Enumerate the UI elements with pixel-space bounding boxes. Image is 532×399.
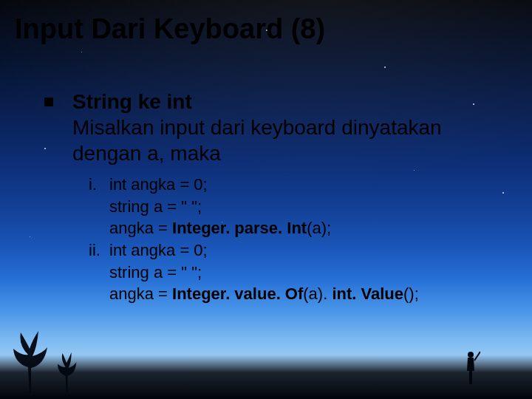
slide: Input Dari Keyboard (8) String ke int Mi… [0,0,532,399]
sub-item: ii. int angka = 0; string a = " "; angka… [89,239,510,305]
sub-lines: int angka = 0; string a = " "; angka = I… [109,239,419,305]
slide-content: String ke int Misalkan input dari keyboa… [44,89,510,305]
sub-lines: int angka = 0; string a = " "; angka = I… [109,174,331,239]
code-text: angka = [109,284,172,303]
code-line: string a = " "; [109,196,331,218]
code-text: angka = [109,219,172,237]
tree-silhouette-icon [52,346,81,393]
bullet-item: String ke int Misalkan input dari keyboa… [44,89,510,166]
slide-title: Input Dari Keyboard (8) [15,13,325,45]
svg-point-0 [468,352,474,358]
svg-line-1 [474,352,480,361]
star-icon [30,236,30,237]
lead-heading: String ke int [72,90,192,113]
sub-num: ii. [89,239,109,305]
star-icon [81,52,82,52]
sub-item: i. int angka = 0; string a = " "; angka … [89,174,510,239]
sub-num: i. [89,174,109,239]
code-line: string a = " "; [109,262,419,284]
code-bold: Integer. value. Of [172,284,303,303]
code-line: int angka = 0; [109,239,419,262]
person-silhouette-icon [461,350,480,384]
sub-list: i. int angka = 0; string a = " "; angka … [89,174,510,305]
code-line: angka = Integer. value. Of(a). int. Valu… [109,283,419,305]
bullet-icon [44,98,53,106]
code-text: (a); [307,219,331,237]
code-line: angka = Integer. parse. Int(a); [109,217,331,239]
star-icon [384,66,386,68]
lead-text: String ke int Misalkan input dari keyboa… [72,89,510,166]
code-bold: Integer. parse. Int [172,219,307,237]
lead-line: Misalkan input dari keyboard dinyatakan … [72,116,442,165]
code-text: (); [403,284,419,303]
code-bold: int. Value [332,284,403,303]
code-text: (a). [303,284,332,303]
code-line: int angka = 0; [109,174,331,196]
tree-silhouette-icon [7,327,52,393]
